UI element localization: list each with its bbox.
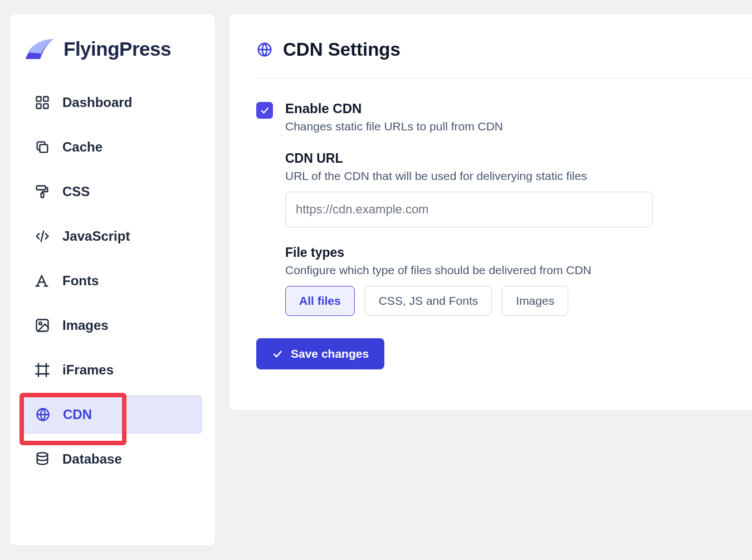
- svg-rect-3: [43, 104, 48, 108]
- copy-icon: [35, 139, 50, 155]
- svg-rect-0: [37, 97, 41, 101]
- database-icon: [35, 451, 50, 467]
- enable-cdn-label: Enable CDN: [285, 101, 719, 116]
- sidebar-item-iframes[interactable]: iFrames: [23, 351, 202, 389]
- svg-rect-6: [41, 193, 44, 197]
- enable-cdn-description: Changes static file URLs to pull from CD…: [285, 120, 719, 133]
- svg-point-12: [39, 322, 42, 325]
- sidebar-item-label: Images: [62, 318, 109, 333]
- sidebar: FlyingPress Dashboard Cache: [10, 14, 215, 546]
- sidebar-item-images[interactable]: Images: [23, 306, 202, 344]
- sidebar-item-dashboard[interactable]: Dashboard: [23, 84, 202, 121]
- file-type-option-all[interactable]: All files: [285, 286, 355, 316]
- file-types-description: Configure which type of files should be …: [285, 264, 719, 277]
- svg-rect-4: [40, 144, 47, 152]
- font-icon: [35, 273, 50, 289]
- cdn-url-description: URL of the CDN that will be used for del…: [285, 169, 719, 183]
- paint-roller-icon: [35, 184, 50, 199]
- sidebar-item-label: JavaScript: [62, 228, 130, 244]
- sidebar-item-css[interactable]: CSS: [23, 173, 202, 211]
- sidebar-item-database[interactable]: Database: [23, 440, 202, 478]
- sidebar-item-label: Database: [62, 451, 122, 467]
- page-title: CDN Settings: [283, 39, 401, 60]
- frame-icon: [35, 362, 50, 378]
- page-header: CDN Settings: [256, 39, 752, 79]
- globe-icon: [35, 407, 51, 422]
- svg-rect-5: [37, 186, 46, 190]
- sidebar-item-label: Dashboard: [62, 95, 132, 110]
- svg-line-7: [41, 231, 44, 242]
- brand-logo-icon: [23, 37, 56, 61]
- sidebar-item-javascript[interactable]: JavaScript: [23, 217, 202, 255]
- file-type-option-images[interactable]: Images: [502, 286, 568, 316]
- enable-cdn-checkbox[interactable]: [256, 102, 273, 119]
- code-icon: [35, 228, 50, 244]
- file-types-field: File types Configure which type of files…: [285, 245, 719, 316]
- sidebar-nav: Dashboard Cache CSS: [23, 84, 202, 485]
- enable-cdn-setting: Enable CDN Changes static file URLs to p…: [256, 101, 752, 316]
- sidebar-item-label: CSS: [62, 184, 90, 199]
- brand: FlyingPress: [23, 37, 202, 84]
- svg-rect-1: [43, 97, 48, 101]
- svg-point-19: [37, 452, 48, 456]
- check-icon: [272, 348, 283, 359]
- sidebar-item-label: CDN: [63, 407, 92, 422]
- sidebar-item-fonts[interactable]: Fonts: [23, 262, 202, 300]
- cdn-url-label: CDN URL: [285, 151, 719, 166]
- sidebar-item-label: iFrames: [62, 362, 114, 378]
- save-changes-button[interactable]: Save changes: [256, 338, 384, 369]
- cdn-url-input[interactable]: [285, 192, 653, 227]
- save-button-label: Save changes: [291, 347, 369, 361]
- sidebar-item-label: Fonts: [62, 273, 99, 289]
- globe-icon: [256, 41, 273, 58]
- svg-rect-2: [37, 104, 41, 108]
- image-icon: [35, 318, 50, 333]
- main-panel: CDN Settings Enable CDN Changes static f…: [229, 14, 752, 410]
- file-types-label: File types: [285, 245, 719, 260]
- brand-name: FlyingPress: [64, 38, 171, 60]
- sidebar-item-cdn[interactable]: CDN: [23, 396, 202, 434]
- sidebar-item-label: Cache: [62, 139, 102, 155]
- dashboard-icon: [35, 95, 50, 110]
- file-type-option-cssjsfonts[interactable]: CSS, JS and Fonts: [365, 286, 492, 316]
- sidebar-item-cache[interactable]: Cache: [23, 128, 202, 166]
- file-types-options: All files CSS, JS and Fonts Images: [285, 286, 719, 316]
- cdn-url-field: CDN URL URL of the CDN that will be used…: [285, 151, 719, 227]
